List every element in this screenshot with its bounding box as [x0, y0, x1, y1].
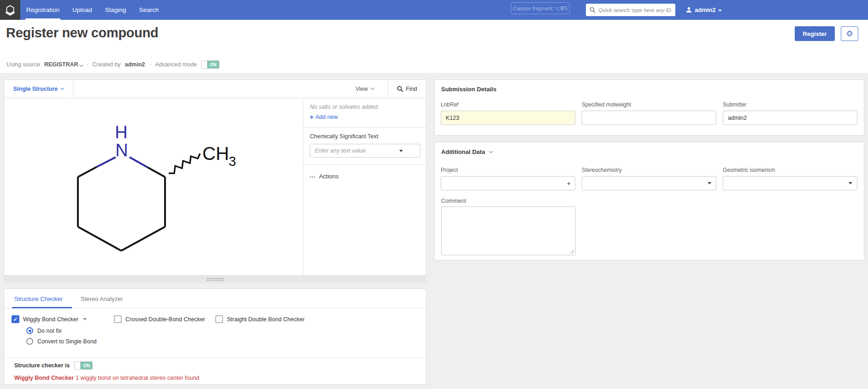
settings-button[interactable]: ⚙ [841, 26, 858, 41]
atom-n-label: N [115, 141, 128, 160]
checkbox-unchecked-icon[interactable] [215, 315, 223, 323]
salts-empty-text: No salts or solvates added. [310, 104, 419, 110]
using-source-label: Using source [6, 61, 40, 68]
stereochemistry-select[interactable] [582, 176, 716, 190]
submitter-input[interactable] [723, 111, 857, 125]
checker-panel: Structure Checker Stereo Analyzer ✓ Wigg… [4, 289, 426, 385]
tab-stereo-analyzer[interactable]: Stereo Analyzer [81, 289, 123, 308]
page-subtitle: Using source REGISTRAR · Created by admi… [6, 60, 219, 69]
geometric-isomerism-select[interactable] [723, 176, 857, 190]
structure-panel: Single Structure View Find H N [4, 79, 426, 276]
resize-grip-icon[interactable] [570, 249, 574, 254]
geometric-isomerism-label: Geometric isomerism [723, 167, 857, 173]
structure-mode-label: Single Structure [13, 86, 58, 92]
lnbref-label: LnbRef [441, 101, 575, 108]
search-icon [397, 86, 403, 92]
nav-item-label: Search [139, 6, 159, 13]
additional-data-title[interactable]: Additional Data [441, 148, 492, 155]
field-stereochemistry: Stereochemistry [582, 167, 716, 190]
checker-tabs: Structure Checker Stereo Analyzer [4, 289, 426, 308]
separator-dot: · [87, 61, 89, 68]
advanced-mode-label: Advanced mode [155, 61, 197, 68]
cst-block: Chemically Significant Text [303, 128, 426, 165]
field-specified-molweight: Specified molweight [582, 101, 716, 125]
structure-checker-status: Structure checker is ON [14, 361, 93, 370]
project-input[interactable] [441, 176, 575, 190]
user-icon [685, 6, 692, 13]
source-selector[interactable]: REGISTRAR [44, 61, 83, 68]
user-menu[interactable]: admin2 [685, 0, 722, 20]
radio-convert-to-single-bond[interactable]: Convert to Single Bond [26, 338, 97, 345]
checker-straight-double-bond[interactable]: Straight Double Bond Checker [215, 315, 305, 323]
cst-input[interactable] [310, 144, 420, 158]
app-logo[interactable] [0, 0, 20, 20]
quick-search-box [586, 4, 675, 16]
view-dropdown[interactable]: View [355, 80, 388, 98]
atom-h-label: H [115, 123, 127, 142]
nav-item-label: Registration [26, 6, 59, 13]
gear-icon: ⚙ [846, 29, 853, 39]
substituent-subscript: 3 [229, 154, 236, 169]
nav-item-registration[interactable]: Registration [26, 0, 59, 20]
nav-item-staging[interactable]: Staging [105, 0, 126, 20]
navbar: Registration Upload Staging Search Captu… [0, 0, 868, 20]
lnbref-input[interactable] [441, 111, 575, 125]
toggle-knob [201, 61, 207, 68]
chevron-down-icon[interactable] [83, 318, 87, 320]
nav-item-label: Staging [105, 6, 126, 13]
checker-label: Wiggly Bond Checker [23, 316, 78, 323]
chevron-down-icon [718, 10, 722, 12]
structure-checker-toggle[interactable]: ON [74, 361, 93, 370]
find-label: Find [406, 86, 417, 92]
field-submitter: Submitter [723, 101, 857, 125]
register-button[interactable]: Register [795, 26, 835, 41]
username-label: admin2 [695, 6, 716, 13]
molecule-canvas[interactable]: H N CH 3 [4, 98, 303, 276]
radio-unselected-icon[interactable] [26, 338, 33, 345]
advanced-mode-toggle[interactable]: ON [201, 60, 219, 69]
molweight-label: Specified molweight [582, 101, 716, 108]
checkbox-checked-icon[interactable]: ✓ [12, 315, 19, 323]
capture-fragment-button[interactable]: Capture fragment ⌥⌘5 [511, 2, 570, 14]
radio-label: Do not fix [37, 328, 62, 334]
tab-structure-checker[interactable]: Structure Checker [14, 289, 63, 308]
add-salt-button[interactable]: + Add new [310, 113, 419, 121]
splitter-grip-icon [207, 278, 224, 281]
plus-icon: + [310, 113, 313, 121]
structure-side-column: No salts or solvates added. + Add new Ch… [303, 98, 426, 275]
find-button[interactable]: Find [388, 80, 426, 98]
header-spacer [73, 80, 355, 98]
molweight-input[interactable] [582, 111, 716, 125]
submitter-label: Submitter [723, 101, 857, 108]
actions-menu-button[interactable]: ••• Actions [310, 173, 419, 180]
structure-mode-dropdown[interactable]: Single Structure [4, 80, 73, 98]
chevron-down-icon [79, 63, 83, 67]
radio-label: Convert to Single Bond [37, 338, 97, 345]
submission-details-card: Submission Details LnbRef Specified molw… [434, 79, 864, 136]
hexagon-logo-icon [3, 3, 17, 18]
chevron-down-icon [489, 149, 493, 153]
toggle-knob [75, 362, 81, 369]
checkbox-unchecked-icon[interactable] [114, 315, 122, 323]
quick-search-input[interactable] [598, 7, 672, 13]
panel-splitter[interactable] [4, 276, 426, 283]
search-icon [590, 7, 596, 13]
actions-label: Actions [319, 173, 339, 180]
comment-label: Comment [441, 198, 466, 204]
radio-do-not-fix[interactable]: Do not fix [26, 327, 62, 334]
page-header: Register new compound Using source REGIS… [0, 20, 868, 73]
actions-block: ••• Actions [303, 165, 426, 186]
checker-crossed-double-bond[interactable]: Crossed Double-Bond Checker [114, 315, 205, 323]
comment-textarea[interactable] [441, 206, 576, 255]
divider [4, 358, 426, 358]
cst-label: Chemically Significant Text [310, 133, 419, 140]
stereochemistry-label: Stereochemistry [582, 167, 716, 173]
toggle-state: ON [81, 362, 92, 369]
nav-item-search[interactable]: Search [139, 0, 159, 20]
nav-item-upload[interactable]: Upload [72, 0, 92, 20]
checker-error-message: Wiggly Bond Checker1 wiggly bond on tetr… [14, 375, 199, 381]
error-checker-name: Wiggly Bond Checker [14, 375, 74, 381]
structure-panel-header: Single Structure View Find [4, 80, 426, 98]
checker-wiggly-bond[interactable]: ✓ Wiggly Bond Checker [12, 315, 87, 323]
radio-selected-icon[interactable] [26, 327, 33, 334]
